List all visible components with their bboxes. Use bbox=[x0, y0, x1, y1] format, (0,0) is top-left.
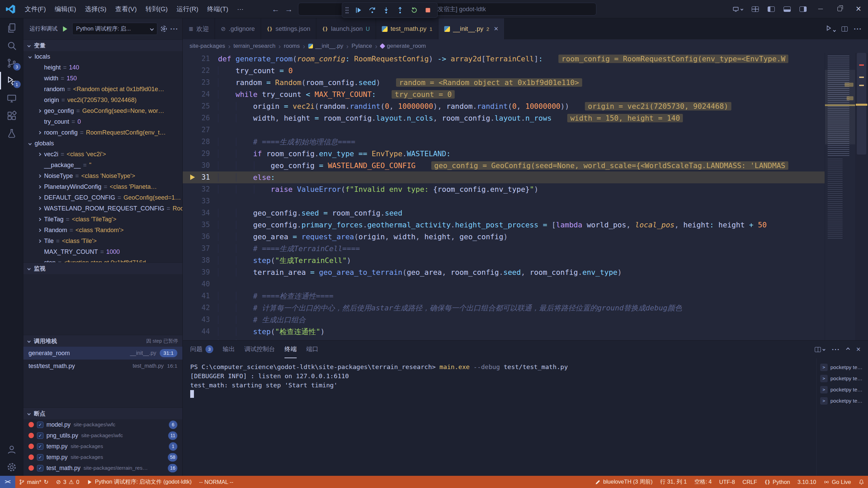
breakpoint-row[interactable]: ✓temp.pysite-packages58 bbox=[23, 452, 182, 463]
breakpoint-checkbox[interactable]: ✓ bbox=[37, 443, 43, 450]
breadcrumb-item[interactable]: Pylance bbox=[352, 43, 372, 49]
restore-button[interactable] bbox=[830, 0, 849, 18]
menu-item-4[interactable]: 转到(G) bbox=[141, 3, 172, 16]
debug-gear-icon[interactable] bbox=[161, 26, 167, 32]
breakpoints-header[interactable]: 断点 bbox=[23, 408, 182, 419]
activity-extensions[interactable] bbox=[0, 107, 23, 125]
back-icon[interactable]: ← bbox=[272, 5, 279, 14]
panel-tab-终端[interactable]: 终端 bbox=[284, 341, 297, 358]
variable-row[interactable]: random=<Random object at 0x1bf9d01e… bbox=[23, 84, 182, 95]
variable-row[interactable]: Tile=<class 'Tile'> bbox=[23, 236, 182, 246]
activity-explorer[interactable] bbox=[0, 19, 23, 37]
terminal[interactable]: PS C:\computer_science\godot-ldtk\site-p… bbox=[183, 358, 816, 476]
stack-frame[interactable]: test/test_math.pytest_math.py16:1 bbox=[23, 360, 182, 372]
variable-row[interactable]: room_config=RoomRequestConfig(env_t… bbox=[23, 127, 182, 138]
breadcrumb-item[interactable]: generate_room bbox=[380, 43, 426, 49]
variable-row[interactable]: NoiseType=<class 'NoiseType'> bbox=[23, 170, 182, 181]
panel-tab-端口[interactable]: 端口 bbox=[306, 341, 318, 358]
problems-item[interactable]: ⊘3 ⚠0 bbox=[52, 476, 83, 488]
panel-more-actions[interactable]: ··· bbox=[832, 345, 840, 353]
activity-account[interactable] bbox=[0, 441, 23, 458]
tab-欢迎[interactable]: ≣欢迎 bbox=[183, 18, 215, 39]
stack-frame[interactable]: generate_room__init__.py31:1 bbox=[23, 347, 182, 360]
breadcrumb-item[interactable]: terrain_research bbox=[234, 43, 276, 49]
panel-tab-输出[interactable]: 输出 bbox=[223, 341, 235, 358]
variables-header[interactable]: 变量 bbox=[23, 40, 182, 51]
activity-remote-explorer[interactable] bbox=[0, 89, 23, 107]
breadcrumb-item[interactable]: rooms bbox=[284, 43, 300, 49]
minimize-button[interactable] bbox=[811, 0, 830, 18]
variable-row[interactable]: Random=<class 'Random'> bbox=[23, 225, 182, 236]
close-button[interactable]: × bbox=[849, 0, 868, 18]
variable-row[interactable]: height=140 bbox=[23, 62, 182, 73]
terminal-list-item[interactable]: >pocketpy te… bbox=[817, 384, 868, 395]
tab-launch.json[interactable]: {}launch.jsonU bbox=[316, 18, 376, 39]
encoding-item[interactable]: UTF-8 bbox=[715, 476, 739, 488]
breakpoint-checkbox[interactable]: ✓ bbox=[37, 465, 43, 471]
continue-button[interactable] bbox=[352, 4, 365, 16]
menu-item-3[interactable]: 查看(V) bbox=[111, 3, 141, 16]
variable-row[interactable]: step=<function step at 0x1bf8d716d… bbox=[23, 257, 182, 262]
python-version-item[interactable]: 3.10.10 bbox=[794, 476, 820, 488]
terminal-list-item[interactable]: >pocketpy te… bbox=[817, 362, 868, 373]
run-python-file-button[interactable] bbox=[825, 25, 835, 33]
menu-item-5[interactable]: 运行(R) bbox=[172, 3, 203, 16]
activity-source-control[interactable]: 3 bbox=[0, 54, 23, 72]
tab-.gdignore[interactable]: ⊘.gdignore bbox=[215, 18, 261, 39]
watch-header[interactable]: 监视 bbox=[23, 263, 182, 274]
language-item[interactable]: {} Python bbox=[761, 476, 794, 488]
variable-row[interactable]: DEFAULT_GEO_CONFIG=GeoConfig(seed=1… bbox=[23, 192, 182, 203]
git-branch-item[interactable]: main* ↻ bbox=[15, 476, 52, 488]
close-panel-icon[interactable]: × bbox=[856, 345, 861, 354]
sidebar-more-actions[interactable]: ··· bbox=[170, 25, 178, 33]
breakpoint-row[interactable]: ✓png_utils.pysite-packages\wfc11 bbox=[23, 430, 182, 441]
code-editor[interactable]: 21def generate_room(room_config: RoomReq… bbox=[183, 53, 868, 340]
activity-testing[interactable] bbox=[0, 125, 23, 142]
breakpoint-checkbox[interactable]: ✓ bbox=[37, 432, 43, 439]
tab-settings.json[interactable]: {}settings.json bbox=[261, 18, 317, 39]
remote-indicator[interactable]: >< bbox=[0, 476, 15, 488]
menu-item-0[interactable]: 文件(F) bbox=[20, 3, 50, 16]
toggle-secondary-sidebar-icon[interactable] bbox=[795, 0, 811, 18]
debug-config-select[interactable]: Python 调试程序: 启... bbox=[72, 23, 158, 35]
maximize-panel-icon[interactable] bbox=[846, 347, 850, 351]
variable-row[interactable]: width=150 bbox=[23, 73, 182, 84]
variable-row[interactable]: WASTELAND_ROOM_REQUEST_CONFIG=RoomR… bbox=[23, 203, 182, 214]
breadcrumb-item[interactable]: __init__.py bbox=[308, 43, 343, 49]
cursor-position-item[interactable]: 行 31, 列 1 bbox=[656, 476, 691, 488]
variable-row[interactable]: MAX_TRY_COUNT=1000 bbox=[23, 246, 182, 257]
overview-ruler[interactable] bbox=[855, 53, 868, 340]
stop-button[interactable] bbox=[421, 4, 434, 16]
breakpoint-row[interactable]: ✓model.pysite-packages\wfc6 bbox=[23, 419, 182, 430]
vim-mode-item[interactable]: -- NORMAL -- bbox=[195, 476, 237, 488]
indentation-item[interactable]: 空格: 4 bbox=[691, 476, 715, 488]
variable-row[interactable]: __package__='' bbox=[23, 160, 182, 170]
go-live-item[interactable]: Go Live bbox=[820, 476, 855, 488]
terminal-list-item[interactable]: >pocketpy te… bbox=[817, 395, 868, 406]
tab-close-icon[interactable]: × bbox=[494, 24, 498, 33]
debug-status-item[interactable]: Python 调试程序: 启动文件 (godot-ldtk) bbox=[83, 476, 195, 488]
git-blame-item[interactable]: blueloveTH (3 周前) bbox=[591, 476, 656, 488]
variable-row[interactable]: try_count=0 bbox=[23, 116, 182, 127]
breakpoint-row[interactable]: ✓test_math.pysite-packages\terrain_res…1… bbox=[23, 463, 182, 473]
panel-tab-问题[interactable]: 问题3 bbox=[190, 341, 213, 358]
variable-row[interactable]: vec2i=<class 'vec2i'> bbox=[23, 149, 182, 160]
activity-settings[interactable] bbox=[0, 458, 23, 476]
minimap[interactable] bbox=[825, 53, 855, 340]
variable-row[interactable]: TileTag=<class 'TileTag'> bbox=[23, 214, 182, 225]
menu-item-7[interactable]: ··· bbox=[233, 3, 248, 16]
activity-search[interactable] bbox=[0, 37, 23, 54]
terminal-layout-icon[interactable] bbox=[815, 347, 825, 352]
variable-row[interactable]: origin=vec2i(7205730, 9024468) bbox=[23, 95, 182, 105]
layout-grid-icon[interactable] bbox=[747, 0, 763, 18]
step-into-button[interactable] bbox=[380, 4, 393, 16]
tab-__init__.py[interactable]: __init__.py2× bbox=[438, 18, 505, 39]
notifications-item[interactable] bbox=[855, 476, 868, 488]
drag-handle-icon[interactable] bbox=[345, 6, 349, 14]
forward-icon[interactable]: → bbox=[285, 5, 293, 14]
panel-tab-调试控制台[interactable]: 调试控制台 bbox=[244, 341, 275, 358]
split-editor-icon[interactable] bbox=[842, 26, 848, 32]
callstack-header[interactable]: 调用堆栈 因 step 已暂停 bbox=[23, 335, 182, 347]
variable-row[interactable]: geo_config=GeoConfig(seed=None, wor… bbox=[23, 105, 182, 116]
activity-run-debug[interactable]: 1 bbox=[0, 72, 23, 89]
